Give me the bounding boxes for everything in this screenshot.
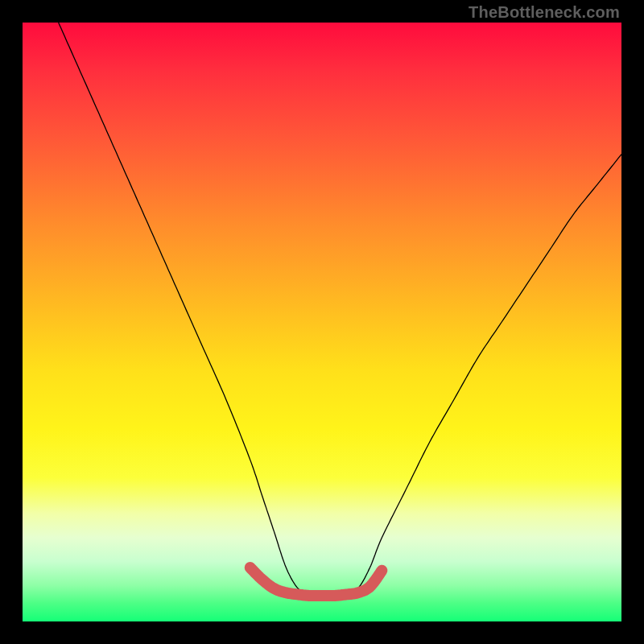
watermark-text: TheBottleneck.com <box>469 3 620 22</box>
curve-line <box>59 23 621 596</box>
plot-area <box>23 23 621 621</box>
chart-frame: TheBottleneck.com <box>0 0 644 644</box>
plot-svg <box>23 23 621 621</box>
